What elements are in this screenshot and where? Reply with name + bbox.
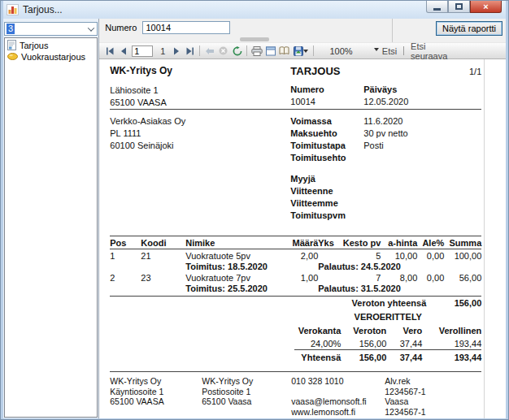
- line-items-header-row: Pos Koodi Nimike Määrä Yks Kesto pv a-hi…: [110, 236, 481, 249]
- parameter-splitter[interactable]: [99, 37, 506, 42]
- customer-street: PL 1111: [110, 128, 185, 140]
- footer-registry: Alv.rek 1234567-1 Vaasa 1234567-1: [385, 376, 481, 417]
- list-item-tarjous[interactable]: Tarjous: [6, 40, 96, 51]
- table-subrow: Toimitus: 18.5.2020 Palautus: 24.5.2020: [110, 261, 481, 271]
- report-page: WK-Yritys Oy Lähiosoite 1 65100 VAASA TA…: [99, 59, 506, 418]
- customer-city: 60100 Seinäjoki: [110, 140, 185, 152]
- page-setup-icon: [279, 46, 289, 55]
- window-title: Tarjous...: [23, 4, 63, 15]
- numero-input[interactable]: [142, 21, 230, 34]
- report-document-icon: [7, 40, 16, 52]
- footer-contact: 010 328 1010 vaasa@lemonsoft.fi www.lemo…: [291, 376, 385, 417]
- refresh-icon: [233, 46, 242, 56]
- customer-name: Verkko-Asiakas Oy: [110, 115, 185, 128]
- page-right-edge: [484, 59, 485, 418]
- previous-page-button[interactable]: [116, 44, 130, 58]
- report-list: Tarjous Vuokraustarjous: [4, 37, 98, 418]
- line-items-table: Pos Koodi Nimike Määrä Yks Kesto pv a-hi…: [110, 236, 481, 297]
- minimize-icon: [433, 8, 441, 11]
- customer-address-block: Verkko-Asiakas Oy PL 1111 60100 Seinäjok…: [110, 115, 185, 152]
- report-title: TARJOUS: [290, 65, 340, 77]
- printer-icon: [251, 46, 263, 56]
- first-page-button[interactable]: [102, 44, 116, 58]
- window-controls: ×: [426, 1, 502, 13]
- print-layout-icon: [266, 46, 276, 56]
- page-setup-button[interactable]: [277, 44, 291, 58]
- tax-table: Verokanta Veroton Vero Verollinen 24,00%…: [294, 326, 481, 362]
- show-report-button[interactable]: Näytä raportti: [436, 21, 502, 36]
- maximize-button[interactable]: [448, 1, 470, 13]
- last-page-icon: [186, 47, 194, 55]
- print-button[interactable]: [250, 44, 263, 58]
- main-panel: Numero Näytä raportti 1: [99, 19, 506, 418]
- supplier-name: WK-Yritys Oy: [110, 65, 172, 77]
- lemon-icon: [7, 52, 18, 62]
- titlebar: Tarjous... ×: [3, 1, 506, 19]
- supplier-address-block: WK-Yritys Oy Lähiosoite 1 65100 VAASA: [110, 65, 172, 109]
- stop-icon: [219, 46, 228, 55]
- find-separator: [403, 46, 404, 55]
- toolbar-separator: [313, 45, 314, 56]
- total-pages-label: 1: [160, 46, 165, 56]
- stop-rendering-button[interactable]: [216, 44, 230, 58]
- table-row: 1 21 Vuokratuote 5pv 2,00 5 10,00 0,00 1…: [110, 249, 481, 262]
- subtotal-row: Veroton yhteensä 156,00: [294, 298, 481, 312]
- find-controls: Etsi Etsi seuraava: [382, 41, 460, 61]
- toolbar-separator: [199, 45, 200, 56]
- zoom-dropdown-caret-icon: [374, 48, 379, 54]
- page-indicator: 1/1: [424, 67, 481, 76]
- current-page-input[interactable]: [132, 45, 153, 57]
- previous-page-icon: [120, 47, 128, 55]
- minimize-button[interactable]: [426, 1, 448, 13]
- app-logo-icon: [7, 4, 19, 15]
- list-item-label: Tarjous: [20, 41, 48, 50]
- maximize-icon: [455, 3, 463, 10]
- find-link[interactable]: Etsi: [382, 46, 397, 56]
- supplier-city: 65100 VAASA: [110, 97, 172, 109]
- back-to-parent-button[interactable]: [202, 44, 216, 58]
- close-icon: ×: [483, 2, 488, 11]
- table-row: 2 23 Vuokratuote 7pv 1,00 7 8,00 0,00 56…: [110, 271, 481, 283]
- next-page-button[interactable]: [169, 44, 183, 58]
- export-save-icon: [294, 46, 303, 56]
- last-page-button[interactable]: [183, 44, 197, 58]
- chevron-down-icon[interactable]: [85, 23, 97, 35]
- export-button[interactable]: [291, 44, 311, 58]
- footer-visit-address: WK-Yritys Oy Käyntiosoite 1 65100 VAASA: [110, 376, 202, 417]
- report-viewer-toolbar: 1: [99, 42, 506, 59]
- print-layout-button[interactable]: [263, 44, 277, 58]
- refresh-button[interactable]: [230, 44, 244, 58]
- supplier-street: Lähiosoite 1: [110, 84, 172, 97]
- zoom-value: 100%: [329, 46, 352, 56]
- export-dropdown-caret-icon: [303, 50, 308, 55]
- splitter-grip-icon[interactable]: [240, 37, 269, 41]
- report-meta: Numero Päiväys 10014 12.05.2020: [290, 84, 453, 108]
- table-subrow: Toimitus: 25.5.2020 Palautus: 31.5.2020: [110, 283, 481, 297]
- footer-postal-address: WK-Yritys Oy Postiosoite 1 65100 Vaasa: [202, 376, 291, 417]
- back-arrow-icon: [205, 47, 215, 55]
- reference-labels: Myyjä Viitteenne Viitteemme Toimituspvm: [290, 173, 346, 222]
- tax-breakdown-title: VEROERITTELY: [294, 312, 481, 326]
- report-footer: WK-Yritys Oy Käyntiosoite 1 65100 VAASA …: [110, 371, 481, 417]
- offer-details: Voimassa11.6.2020 Maksuehto30 pv netto T…: [290, 115, 469, 164]
- find-next-link[interactable]: Etsi seuraava: [411, 41, 460, 61]
- numero-label: Numero: [105, 23, 137, 32]
- header-rule: [110, 109, 481, 110]
- sidebar: 3 Tarjous Vuokraustarjous: [3, 19, 99, 418]
- list-item-label: Vuokraustarjous: [21, 52, 85, 62]
- list-item-vuokraustarjous[interactable]: Vuokraustarjous: [6, 51, 96, 63]
- close-button[interactable]: ×: [470, 1, 502, 13]
- app-window: Tarjous... × 3 Tarjous: [0, 0, 509, 420]
- first-page-icon: [106, 47, 114, 55]
- report-filter-combo[interactable]: 3: [4, 22, 98, 36]
- totals-and-tax-block: Veroton yhteensä 156,00 VEROERITTELY Ver…: [294, 298, 481, 362]
- combo-selected-value: 3: [7, 24, 15, 34]
- zoom-select[interactable]: 100%: [326, 46, 381, 56]
- toolbar-separator: [246, 45, 247, 56]
- next-page-icon: [172, 47, 181, 55]
- parameters-bar: Numero Näytä raportti: [99, 19, 506, 37]
